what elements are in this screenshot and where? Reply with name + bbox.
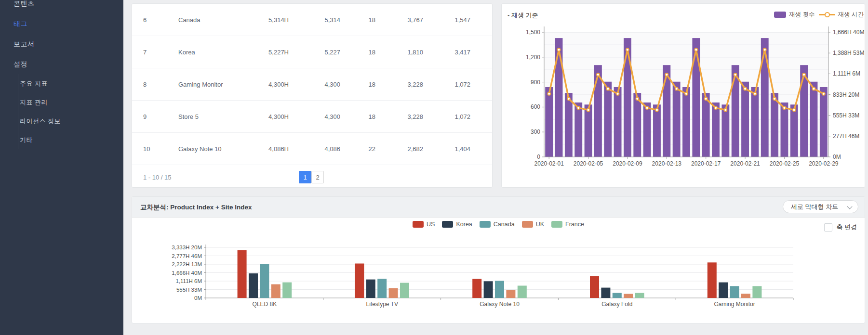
- table-cell: Gaming Monitor: [178, 81, 223, 88]
- table-row[interactable]: 7 Korea 5,227H 5,227 18 1,810 3,417: [132, 36, 492, 68]
- table-row[interactable]: 6 Canada 5,314H 5,314 18 3,767 1,547: [132, 4, 492, 36]
- table-cell: 18: [369, 16, 375, 24]
- svg-text:277H 46M: 277H 46M: [833, 133, 859, 140]
- play-trend-chart: 03006009001,2001,5000M277H 46M555H 33M83…: [502, 4, 865, 188]
- svg-text:1,111H 6M: 1,111H 6M: [175, 278, 202, 284]
- svg-text:2020-02-13: 2020-02-13: [652, 160, 682, 167]
- table-cell: Korea: [178, 49, 195, 56]
- table-cell: 5,227: [324, 49, 340, 56]
- pagination-range-label: 1 - 10 / 15: [143, 174, 172, 181]
- table-cell: 1,547: [454, 16, 470, 24]
- svg-text:2020-02-29: 2020-02-29: [809, 160, 839, 167]
- svg-text:2020-02-05: 2020-02-05: [574, 160, 603, 167]
- table-cell: 2,682: [407, 145, 423, 153]
- svg-text:555H 33M: 555H 33M: [833, 112, 859, 119]
- table-cell: 4,300H: [268, 81, 289, 88]
- svg-text:Galaxy Fold: Galaxy Fold: [601, 301, 632, 308]
- svg-text:Lifestype TV: Lifestype TV: [366, 301, 398, 308]
- sidebar: 콘텐츠 태그 보고서 설정 주요 지표 지표 관리 라이선스 정보 기타: [0, 0, 123, 335]
- table-cell: 4,300H: [268, 113, 289, 120]
- table-cell: 6: [143, 16, 147, 24]
- table-cell: 5,227H: [268, 49, 289, 56]
- table-cell: 4,086H: [268, 145, 289, 153]
- svg-text:QLED 8K: QLED 8K: [253, 301, 277, 308]
- pagination-page-2-button[interactable]: 2: [311, 171, 324, 183]
- svg-text:1,666H 40M: 1,666H 40M: [172, 270, 202, 276]
- svg-text:1,388H 53M: 1,388H 53M: [833, 50, 864, 56]
- table-row[interactable]: 8 Gaming Monitor 4,300H 4,300 18 3,228 1…: [132, 68, 492, 101]
- svg-text:833H 20M: 833H 20M: [833, 91, 859, 98]
- table-cell: 4,086: [324, 145, 340, 153]
- svg-text:1,666H 40M: 1,666H 40M: [833, 29, 864, 36]
- svg-text:600: 600: [531, 103, 540, 110]
- svg-text:1,500: 1,500: [526, 29, 540, 36]
- sidebar-item-reports[interactable]: 보고서: [0, 34, 123, 54]
- svg-text:900: 900: [531, 79, 540, 86]
- table-cell: 5,314H: [268, 16, 289, 24]
- table-cell: 1,072: [454, 113, 470, 120]
- table-cell: 1,072: [454, 81, 470, 88]
- sidebar-item-contents[interactable]: 콘텐츠: [0, 0, 123, 13]
- svg-text:2020-02-09: 2020-02-09: [613, 160, 642, 167]
- cross-analysis-title: 교차분석: Product Index + Site Index: [140, 203, 252, 212]
- table-cell: 4,300: [324, 81, 340, 88]
- table-cell: 3,767: [407, 16, 423, 24]
- table-cell: 5,314: [324, 16, 340, 24]
- table-cell: 3,228: [407, 113, 423, 120]
- table-cell: 18: [369, 49, 375, 56]
- sidebar-item-tags[interactable]: 태그: [0, 13, 123, 34]
- pagination-page-1-button[interactable]: 1: [299, 171, 311, 183]
- sidebar-subitem-metric-management[interactable]: 지표 관리: [18, 93, 123, 112]
- table-cell: 3,417: [454, 49, 470, 56]
- svg-text:2020-02-21: 2020-02-21: [730, 160, 760, 167]
- svg-text:2020-02-17: 2020-02-17: [691, 160, 721, 167]
- svg-text:2020-02-01: 2020-02-01: [534, 160, 564, 167]
- sidebar-item-settings[interactable]: 설정: [0, 54, 123, 74]
- sidebar-subitem-etc[interactable]: 기타: [18, 130, 123, 149]
- table-cell: 4,300: [324, 113, 340, 120]
- play-criteria-chart-card: - 재생 기준 재생 횟수 재생 시간 03006009001,2001,500…: [501, 3, 865, 188]
- table-row[interactable]: 10 Galaxy Note 10 4,086H 4,086 22 2,682 …: [132, 133, 492, 165]
- svg-text:Galaxy Note 10: Galaxy Note 10: [480, 301, 520, 308]
- table-cell: 18: [369, 81, 375, 88]
- dashboard-page: 콘텐츠 태그 보고서 설정 주요 지표 지표 관리 라이선스 정보 기타 6 C…: [0, 0, 868, 335]
- pagination: 1 - 10 / 15 1 2: [132, 165, 492, 188]
- table-cell: Store 5: [178, 113, 199, 120]
- table-cell: Canada: [178, 16, 200, 24]
- table-cell: 7: [143, 49, 147, 56]
- chart-type-dropdown[interactable]: 세로 막대형 차트: [783, 200, 858, 213]
- svg-text:1,111H 6M: 1,111H 6M: [833, 70, 860, 77]
- svg-text:555H 33M: 555H 33M: [176, 287, 202, 293]
- sidebar-nav: 콘텐츠 태그 보고서 설정 주요 지표 지표 관리 라이선스 정보 기타: [0, 0, 123, 149]
- svg-text:3,333H 20M: 3,333H 20M: [172, 245, 202, 250]
- svg-text:0M: 0M: [833, 154, 841, 160]
- svg-text:Gaming Monitor: Gaming Monitor: [714, 301, 755, 308]
- svg-text:0M: 0M: [194, 295, 202, 301]
- cross-analysis-chart: 0M555H 33M1,111H 6M1,666H 40M2,222H 13M2…: [132, 217, 865, 323]
- cross-analysis-card: 교차분석: Product Index + Site Index 세로 막대형 …: [132, 196, 865, 323]
- dropdown-value: 세로 막대형 차트: [791, 203, 838, 210]
- svg-text:0: 0: [537, 154, 540, 160]
- svg-text:300: 300: [531, 129, 540, 135]
- sidebar-subitem-key-metrics[interactable]: 주요 지표: [18, 74, 123, 93]
- table-cell: 1,810: [407, 49, 423, 56]
- ranking-table-card: 6 Canada 5,314H 5,314 18 3,767 1,547 7 K…: [132, 3, 493, 188]
- svg-text:2,222H 13M: 2,222H 13M: [172, 261, 202, 267]
- svg-text:2,777H 46M: 2,777H 46M: [172, 253, 202, 259]
- chevron-down-icon: [847, 204, 852, 209]
- cross-analysis-header: 교차분석: Product Index + Site Index 세로 막대형 …: [132, 197, 865, 218]
- table-cell: 8: [143, 81, 147, 88]
- table-cell: 10: [143, 145, 150, 153]
- sidebar-settings-subgroup: 주요 지표 지표 관리 라이선스 정보 기타: [18, 74, 123, 149]
- table-cell: 22: [369, 145, 375, 153]
- table-cell: 3,228: [407, 81, 423, 88]
- table-cell: Galaxy Note 10: [178, 145, 222, 153]
- sidebar-subitem-license-info[interactable]: 라이선스 정보: [18, 112, 123, 130]
- svg-text:1,200: 1,200: [526, 54, 540, 61]
- table-cell: 18: [369, 113, 375, 120]
- table-row[interactable]: 9 Store 5 4,300H 4,300 18 3,228 1,072: [132, 101, 492, 133]
- table-cell: 9: [143, 113, 147, 120]
- svg-text:2020-02-25: 2020-02-25: [770, 160, 800, 167]
- table-cell: 1,404: [454, 145, 470, 153]
